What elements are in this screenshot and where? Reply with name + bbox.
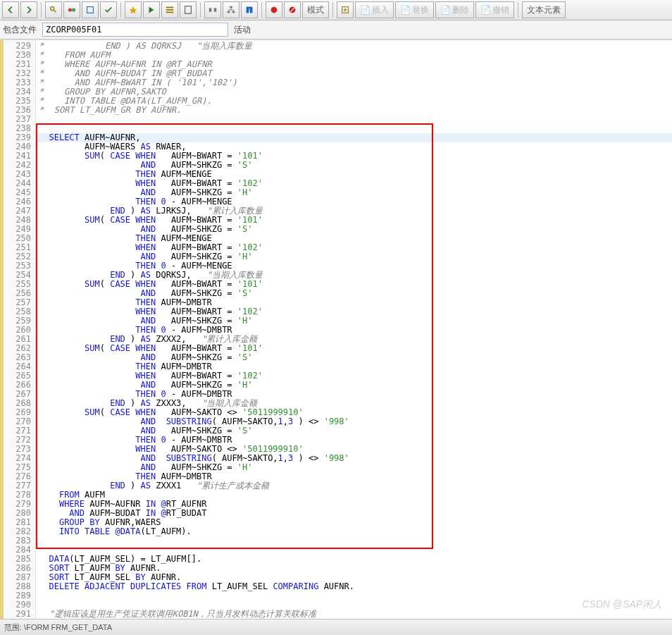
activate-button[interactable] bbox=[125, 1, 142, 18]
file-bar: 包含文件 活动 bbox=[0, 20, 672, 39]
code-editor[interactable]: 2292302312322332342352362372382392402412… bbox=[0, 39, 672, 619]
text-elements-button[interactable]: 文本元素 bbox=[522, 1, 566, 18]
nav-forward-button[interactable] bbox=[20, 1, 37, 18]
delete-icon: 📄 bbox=[440, 5, 451, 15]
pattern-insert-icon[interactable] bbox=[337, 1, 354, 18]
enhance-button[interactable] bbox=[82, 1, 99, 18]
pattern-button[interactable]: 模式 bbox=[302, 1, 329, 18]
svg-rect-8 bbox=[209, 8, 212, 11]
toolbar-separator bbox=[261, 2, 262, 18]
undo-icon: 📄 bbox=[480, 5, 491, 15]
code-text: * END ) AS DQRKSJ "当期入库数量 * FROM AUFM * … bbox=[39, 42, 672, 619]
svg-rect-6 bbox=[166, 12, 174, 13]
svg-point-1 bbox=[68, 8, 72, 11]
svg-rect-9 bbox=[214, 8, 217, 11]
svg-rect-3 bbox=[87, 7, 94, 13]
status-bar: 范围: \FORM FRM_GET_DATA bbox=[0, 619, 672, 635]
svg-point-2 bbox=[72, 8, 75, 11]
where-used-button[interactable] bbox=[161, 1, 178, 18]
include-name-input[interactable] bbox=[42, 23, 228, 37]
toolbar: i 模式 📄插入 📄替换 📄删除 📄撤销 文本元素 bbox=[0, 0, 672, 20]
pretty-printer-button[interactable] bbox=[204, 1, 221, 18]
insert-icon: 📄 bbox=[360, 5, 371, 15]
include-label: 包含文件 bbox=[3, 24, 37, 36]
code-area[interactable]: * END ) AS DQRKSJ "当期入库数量 * FROM AUFM * … bbox=[36, 40, 672, 619]
svg-rect-4 bbox=[166, 7, 174, 8]
execute-button[interactable] bbox=[143, 1, 160, 18]
svg-rect-7 bbox=[185, 6, 192, 14]
undo-button[interactable]: 📄撤销 bbox=[475, 1, 514, 18]
display-list-button[interactable] bbox=[180, 1, 197, 18]
svg-rect-5 bbox=[166, 9, 174, 11]
svg-point-15 bbox=[271, 7, 278, 13]
breakpoint-set-button[interactable] bbox=[266, 1, 282, 18]
insert-button[interactable]: 📄插入 bbox=[355, 1, 394, 18]
line-number-gutter: 2292302312322332342352362372382392402412… bbox=[4, 40, 36, 619]
other-object-button[interactable] bbox=[63, 1, 80, 18]
delete-button[interactable]: 📄删除 bbox=[435, 1, 474, 18]
breakpoint-session-button[interactable] bbox=[284, 1, 301, 18]
toolbar-separator bbox=[332, 2, 333, 18]
toolbar-separator bbox=[518, 2, 518, 18]
status-label: 活动 bbox=[234, 24, 251, 36]
toolbar-separator bbox=[41, 2, 42, 18]
svg-rect-10 bbox=[230, 6, 232, 8]
nav-back-button[interactable] bbox=[2, 1, 19, 18]
hierarchy-button[interactable] bbox=[223, 1, 239, 18]
status-text: 范围: \FORM FRM_GET_DATA bbox=[4, 622, 112, 633]
toolbar-separator bbox=[200, 2, 201, 18]
replace-button[interactable]: 📄替换 bbox=[395, 1, 434, 18]
check-button[interactable] bbox=[100, 1, 117, 18]
svg-rect-12 bbox=[232, 11, 235, 13]
svg-rect-11 bbox=[228, 11, 230, 13]
toolbar-separator bbox=[120, 2, 121, 18]
watermark: CSDN @SAP闲人 bbox=[582, 598, 662, 611]
display-object-button[interactable] bbox=[45, 1, 62, 18]
replace-icon: 📄 bbox=[400, 5, 411, 15]
help-button[interactable]: i bbox=[241, 1, 258, 18]
